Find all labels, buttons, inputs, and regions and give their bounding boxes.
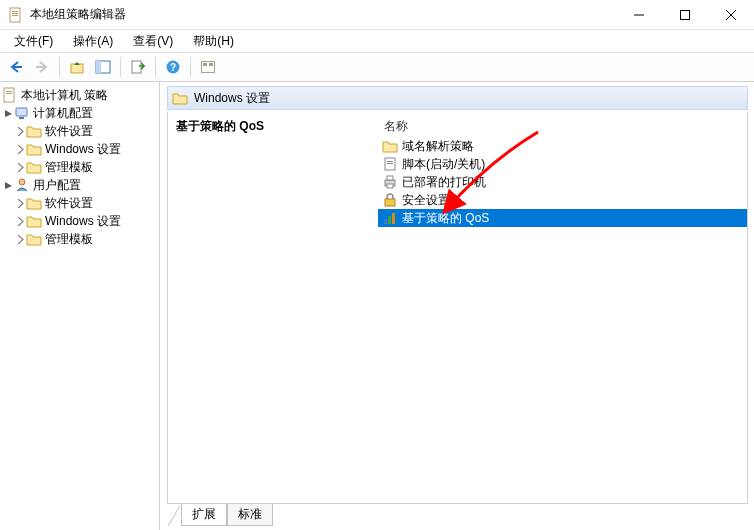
window-title: 本地组策略编辑器 [30, 6, 126, 23]
list-item-dns[interactable]: 域名解析策略 [378, 137, 747, 155]
list-item-printers[interactable]: 已部署的打印机 [378, 173, 747, 191]
tab-extended[interactable]: 扩展 [181, 504, 227, 526]
tree-c-windows[interactable]: Windows 设置 [2, 140, 157, 158]
tree-user-config[interactable]: 用户配置 [2, 176, 157, 194]
svg-rect-27 [387, 163, 393, 164]
filter-button[interactable] [196, 55, 220, 79]
svg-rect-13 [132, 61, 141, 73]
collapse-icon[interactable] [2, 179, 14, 191]
menu-view[interactable]: 查看(V) [123, 30, 183, 52]
svg-rect-31 [385, 199, 395, 206]
list-item-label: 基于策略的 QoS [402, 210, 489, 227]
tree-root[interactable]: 本地计算机 策略 [2, 86, 157, 104]
svg-rect-10 [71, 64, 83, 73]
menu-bar: 文件(F) 操作(A) 查看(V) 帮助(H) [0, 30, 754, 52]
tree-u-windows-label: Windows 设置 [45, 213, 121, 230]
tab-standard[interactable]: 标准 [227, 504, 273, 526]
details-description: 基于策略的 QoS [168, 112, 378, 503]
svg-line-35 [168, 506, 180, 526]
expand-icon[interactable] [14, 215, 26, 227]
svg-rect-22 [16, 108, 27, 116]
tree-c-admin[interactable]: 管理模板 [2, 158, 157, 176]
svg-rect-21 [6, 93, 12, 94]
export-button[interactable] [126, 55, 150, 79]
help-button[interactable]: ? [161, 55, 185, 79]
expand-icon[interactable] [14, 125, 26, 137]
tree-root-label: 本地计算机 策略 [21, 87, 108, 104]
tree-c-software[interactable]: 软件设置 [2, 122, 157, 140]
details-header: Windows 设置 [167, 86, 748, 110]
svg-rect-19 [4, 88, 14, 102]
expand-icon[interactable] [14, 233, 26, 245]
list-item-label: 域名解析策略 [402, 138, 474, 155]
expand-icon[interactable] [14, 197, 26, 209]
svg-rect-18 [209, 63, 213, 66]
svg-rect-33 [388, 216, 391, 224]
folder-icon [382, 138, 398, 154]
column-header-name[interactable]: 名称 [378, 116, 747, 137]
list-item-label: 安全设置 [402, 192, 450, 209]
tree-c-admin-label: 管理模板 [45, 159, 93, 176]
app-icon [8, 7, 24, 23]
folder-icon [172, 90, 188, 106]
tree-u-software[interactable]: 软件设置 [2, 194, 157, 212]
tree-u-software-label: 软件设置 [45, 195, 93, 212]
printer-icon [382, 174, 398, 190]
menu-help[interactable]: 帮助(H) [183, 30, 244, 52]
close-button[interactable] [708, 0, 754, 30]
forward-button[interactable] [30, 55, 54, 79]
list-item-security[interactable]: 安全设置 [378, 191, 747, 209]
list-item-scripts[interactable]: 脚本(启动/关机) [378, 155, 747, 173]
menu-action[interactable]: 操作(A) [63, 30, 123, 52]
minimize-button[interactable] [616, 0, 662, 30]
list-item-label: 已部署的打印机 [402, 174, 486, 191]
details-body: 基于策略的 QoS 名称 域名解析策略 脚本(启动/关机) 已部署的打印机 [167, 112, 748, 504]
details-header-title: Windows 设置 [194, 90, 270, 107]
svg-rect-1 [12, 11, 18, 12]
qos-icon [382, 210, 398, 226]
expand-icon[interactable] [14, 143, 26, 155]
svg-rect-30 [387, 184, 393, 188]
svg-rect-5 [681, 10, 690, 19]
svg-rect-2 [12, 13, 18, 14]
svg-text:?: ? [170, 62, 176, 73]
list-item-qos[interactable]: 基于策略的 QoS [378, 209, 747, 227]
tree-u-admin[interactable]: 管理模板 [2, 230, 157, 248]
svg-point-24 [19, 179, 25, 185]
details-heading: 基于策略的 QoS [176, 118, 370, 135]
svg-rect-20 [6, 91, 12, 92]
tree-user-label: 用户配置 [33, 177, 81, 194]
maximize-button[interactable] [662, 0, 708, 30]
tree-computer-config[interactable]: 计算机配置 [2, 104, 157, 122]
menu-file[interactable]: 文件(F) [4, 30, 63, 52]
back-button[interactable] [4, 55, 28, 79]
security-icon [382, 192, 398, 208]
tree-u-admin-label: 管理模板 [45, 231, 93, 248]
tree-panel: 本地计算机 策略 计算机配置 软件设置 Windows 设置 管理模板 [0, 82, 160, 530]
bottom-tabs: 扩展 标准 [167, 504, 748, 526]
expand-icon[interactable] [14, 161, 26, 173]
client-area: 本地计算机 策略 计算机配置 软件设置 Windows 设置 管理模板 [0, 82, 754, 530]
title-bar: 本地组策略编辑器 [0, 0, 754, 30]
svg-rect-34 [392, 213, 395, 224]
svg-rect-3 [12, 15, 18, 16]
tree-c-software-label: 软件设置 [45, 123, 93, 140]
svg-rect-32 [384, 219, 387, 224]
tree-computer-label: 计算机配置 [33, 105, 93, 122]
toolbar: ? [0, 52, 754, 82]
list-item-label: 脚本(启动/关机) [402, 156, 485, 173]
svg-rect-17 [203, 63, 207, 66]
tree-u-windows[interactable]: Windows 设置 [2, 212, 157, 230]
svg-rect-26 [387, 161, 393, 162]
svg-rect-29 [387, 176, 393, 180]
details-list: 名称 域名解析策略 脚本(启动/关机) 已部署的打印机 安全设置 [378, 112, 747, 503]
show-hide-tree-button[interactable] [91, 55, 115, 79]
svg-rect-23 [19, 117, 24, 119]
tree-c-windows-label: Windows 设置 [45, 141, 121, 158]
svg-rect-12 [96, 61, 101, 73]
collapse-icon[interactable] [2, 107, 14, 119]
script-icon [382, 156, 398, 172]
details-panel: Windows 设置 基于策略的 QoS 名称 域名解析策略 脚本(启动/关机) [160, 82, 754, 530]
up-button[interactable] [65, 55, 89, 79]
